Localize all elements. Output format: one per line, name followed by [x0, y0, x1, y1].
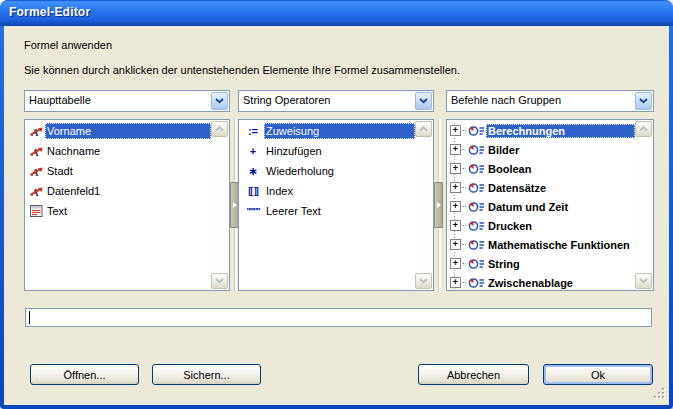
- list-item[interactable]: + Hinzufügen: [240, 141, 415, 161]
- formula-input[interactable]: [25, 308, 652, 327]
- formel-editor-dialog: Formel-Editor Formel anwenden Sie können…: [0, 0, 673, 409]
- list-item-label: Datenfeld1: [45, 183, 211, 199]
- combobox-value: String Operatoren: [243, 94, 330, 106]
- operator-group-combobox[interactable]: String Operatoren: [238, 90, 434, 112]
- tree-item[interactable]: + Drucken: [448, 216, 635, 235]
- open-button[interactable]: Öffnen...: [30, 364, 139, 385]
- dialog-subtitle: Formel anwenden: [24, 39, 112, 51]
- resize-grip-icon[interactable]: [653, 387, 666, 402]
- tree-item[interactable]: + Boolean: [448, 159, 635, 178]
- list-item-label: Leerer Text: [264, 203, 415, 219]
- tree-item-label: Datum und Zeit: [486, 200, 635, 214]
- ok-button[interactable]: Ok: [543, 364, 653, 385]
- vertical-scrollbar[interactable]: [635, 121, 652, 289]
- command-group-icon: [467, 277, 486, 289]
- tree-item[interactable]: + Zwischenablage: [448, 273, 635, 289]
- list-item-label: Nachname: [45, 143, 211, 159]
- tree-item-label: Drucken: [486, 219, 635, 233]
- list-item[interactable]: ∗ Wiederholung: [240, 161, 415, 181]
- list-item-label: Vorname: [45, 123, 211, 139]
- list-item[interactable]: Text: [26, 201, 211, 221]
- scroll-down-button[interactable]: [415, 273, 432, 289]
- list-item-label: Text: [45, 203, 211, 219]
- data-field-icon: A: [28, 185, 45, 197]
- collapse-arrow-icon: [437, 202, 441, 208]
- tree-item-label: Bilder: [486, 143, 635, 157]
- text-block-icon: [28, 205, 45, 217]
- tree-item-label: Mathematische Funktionen: [486, 238, 635, 252]
- tree-item[interactable]: + Datum und Zeit: [448, 197, 635, 216]
- expand-plus-icon[interactable]: +: [450, 239, 461, 250]
- vertical-scrollbar[interactable]: [211, 121, 228, 289]
- expand-plus-icon[interactable]: +: [450, 144, 461, 155]
- list-item[interactable]: A Vorname: [26, 121, 211, 141]
- text-caret: [29, 311, 30, 324]
- chevron-down-icon[interactable]: [415, 92, 432, 110]
- list-item[interactable]: A Nachname: [26, 141, 211, 161]
- command-group-combobox[interactable]: Befehle nach Gruppen: [446, 90, 654, 112]
- window-titlebar[interactable]: Formel-Editor: [0, 0, 673, 26]
- list-item[interactable]: := Zuweisung: [240, 121, 415, 141]
- list-item[interactable]: """" Leerer Text: [240, 201, 415, 221]
- tree-item[interactable]: + Bilder: [448, 140, 635, 159]
- dialog-body: Formel anwenden Sie können durch anklick…: [4, 26, 669, 405]
- command-group-icon: [467, 239, 486, 251]
- scroll-up-button[interactable]: [635, 121, 652, 137]
- scroll-down-button[interactable]: [211, 273, 228, 289]
- expand-plus-icon[interactable]: +: [450, 125, 461, 136]
- list-item[interactable]: A Datenfeld1: [26, 181, 211, 201]
- collapse-arrow-icon: [233, 202, 237, 208]
- tree-item[interactable]: + Berechnungen: [448, 121, 635, 140]
- tree-item[interactable]: + String: [448, 254, 635, 273]
- window-title: Formel-Editor: [9, 5, 90, 19]
- list-item-label: Hinzufügen: [264, 143, 415, 159]
- command-group-icon: [467, 182, 486, 194]
- expand-plus-icon[interactable]: +: [450, 277, 461, 288]
- command-group-icon: [467, 144, 486, 156]
- combobox-value: Haupttabelle: [29, 94, 91, 106]
- tree-item-label: Berechnungen: [486, 124, 635, 138]
- expand-plus-icon[interactable]: +: [450, 201, 461, 212]
- list-item-label: Wiederholung: [264, 163, 415, 179]
- tree-item[interactable]: + Mathematische Funktionen: [448, 235, 635, 254]
- command-group-icon: [467, 163, 486, 175]
- scroll-down-button[interactable]: [635, 273, 652, 289]
- save-button[interactable]: Sichern...: [152, 364, 261, 385]
- chevron-down-icon[interactable]: [211, 92, 228, 110]
- assignment-icon: :=: [242, 125, 264, 137]
- command-group-icon: [467, 201, 486, 213]
- command-group-icon: [467, 258, 486, 270]
- vertical-scrollbar[interactable]: [415, 121, 432, 289]
- plus-icon: +: [242, 145, 264, 157]
- list-item[interactable]: [[ ]] Index: [240, 181, 415, 201]
- list-item[interactable]: A Stadt: [26, 161, 211, 181]
- tree-item-label: Datensätze: [486, 181, 635, 195]
- data-field-icon: A: [28, 145, 45, 157]
- list-item-label: Zuweisung: [264, 123, 415, 139]
- fields-listbox: A Vorname A Nachname A Stadt: [24, 119, 230, 291]
- combobox-value: Befehle nach Gruppen: [451, 94, 561, 106]
- commands-treeview: + Berechnungen + Bilder +: [446, 119, 654, 291]
- index-brackets-icon: [[ ]]: [242, 186, 264, 196]
- expand-plus-icon[interactable]: +: [450, 220, 461, 231]
- data-field-icon: A: [28, 165, 45, 177]
- operators-listbox: := Zuweisung + Hinzufügen ∗ Wiederholung…: [238, 119, 434, 291]
- splitter-handle[interactable]: [434, 182, 443, 228]
- asterisk-icon: ∗: [242, 165, 264, 178]
- cancel-button[interactable]: Abbrechen: [418, 364, 529, 385]
- scroll-up-button[interactable]: [415, 121, 432, 137]
- command-group-icon: [467, 125, 486, 137]
- tree-item[interactable]: + Datensätze: [448, 178, 635, 197]
- command-group-icon: [467, 220, 486, 232]
- chevron-down-icon[interactable]: [635, 92, 652, 110]
- expand-plus-icon[interactable]: +: [450, 258, 461, 269]
- scroll-up-button[interactable]: [211, 121, 228, 137]
- data-field-icon: A: [28, 125, 45, 137]
- table-source-combobox[interactable]: Haupttabelle: [24, 90, 230, 112]
- dialog-instruction: Sie können durch anklicken der untensteh…: [24, 64, 460, 76]
- expand-plus-icon[interactable]: +: [450, 182, 461, 193]
- list-item-label: Stadt: [45, 163, 211, 179]
- pane-splitter[interactable]: [433, 119, 445, 291]
- expand-plus-icon[interactable]: +: [450, 163, 461, 174]
- empty-text-icon: """": [242, 206, 264, 216]
